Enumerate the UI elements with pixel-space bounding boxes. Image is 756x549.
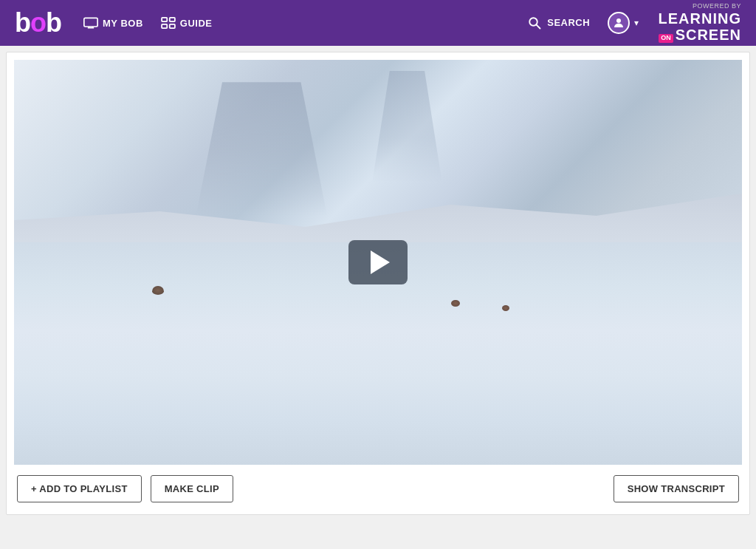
svg-point-10 <box>616 18 621 23</box>
brand-container: LEARNING <box>659 10 741 27</box>
logo-o: o <box>30 7 46 38</box>
make-clip-button[interactable]: MAKE CLIP <box>151 475 233 502</box>
nav-item-guide[interactable]: GUIDE <box>161 17 213 29</box>
user-icon <box>612 16 625 30</box>
svg-rect-0 <box>84 18 97 27</box>
svg-rect-7 <box>170 24 175 28</box>
polar-bear-3 <box>502 305 509 311</box>
avatar <box>608 12 630 34</box>
guide-label: GUIDE <box>180 18 213 29</box>
svg-rect-6 <box>162 24 167 28</box>
bottom-left-buttons: + ADD TO PLAYLIST MAKE CLIP <box>17 475 233 502</box>
search-label: SEARCH <box>547 17 590 28</box>
polar-bear-1 <box>152 286 164 295</box>
bottom-bar: + ADD TO PLAYLIST MAKE CLIP SHOW TRANSCR… <box>14 465 742 507</box>
monitor-icon <box>83 17 98 29</box>
logo-b2: b <box>46 7 61 38</box>
chevron-down-icon: ▾ <box>634 18 639 28</box>
main-content: + ADD TO PLAYLIST MAKE CLIP SHOW TRANSCR… <box>6 52 750 515</box>
powered-by-text: Powered by <box>693 3 741 10</box>
svg-rect-4 <box>162 18 167 21</box>
svg-line-9 <box>537 25 540 29</box>
my-bob-label: MY BOB <box>103 18 143 29</box>
brand-learning: LEARNING <box>659 10 741 27</box>
brand-on: ON <box>659 34 673 43</box>
nav-item-my-bob[interactable]: MY BOB <box>83 17 143 29</box>
header: bob MY BOB GUIDE <box>0 0 756 46</box>
play-button[interactable] <box>348 240 408 284</box>
play-triangle-icon <box>371 250 390 274</box>
header-right: SEARCH ▾ Powered by LEARNING ON SCREEN <box>528 3 741 43</box>
user-menu[interactable]: ▾ <box>608 12 639 34</box>
logo-b: b <box>15 7 30 38</box>
brand-screen: SCREEN <box>676 27 741 43</box>
video-player[interactable] <box>14 60 742 465</box>
svg-rect-5 <box>170 18 175 21</box>
polar-bear-2 <box>451 300 460 307</box>
search-icon <box>528 16 541 30</box>
main-nav: MY BOB GUIDE <box>83 17 212 29</box>
add-to-playlist-button[interactable]: + ADD TO PLAYLIST <box>17 475 142 502</box>
search-button[interactable]: SEARCH <box>528 16 590 30</box>
logo[interactable]: bob <box>15 7 61 38</box>
brand-on-screen: ON SCREEN <box>656 27 741 43</box>
los-logo: Powered by LEARNING ON SCREEN <box>656 3 741 43</box>
header-left: bob MY BOB GUIDE <box>15 7 212 38</box>
grid-icon <box>161 17 176 29</box>
show-transcript-button[interactable]: SHOW TRANSCRIPT <box>614 475 739 502</box>
